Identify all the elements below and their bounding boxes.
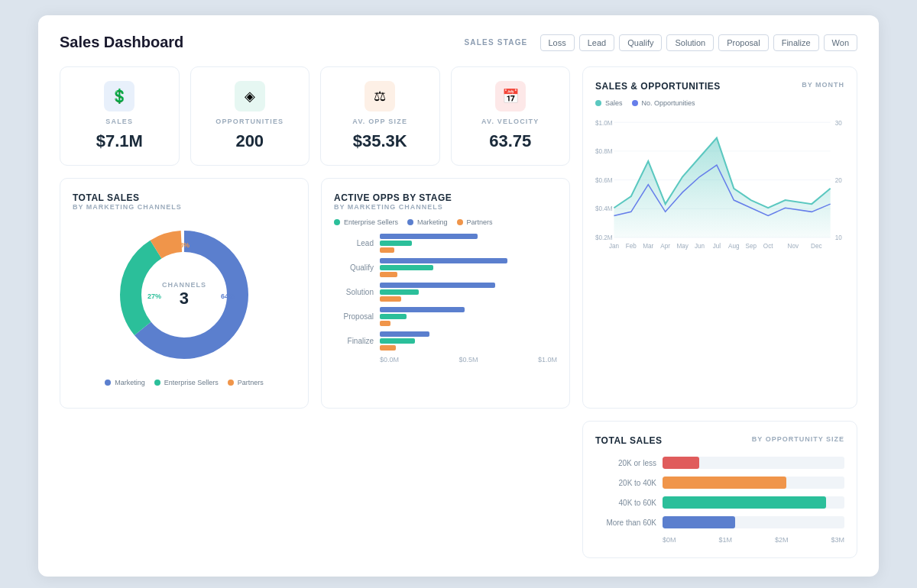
bar-seg [380,265,433,270]
donut-container: 64% 27% 8% CHANNELS 3 [73,218,296,371]
sales-opps-title: SALES & OPPORTUNITIES [595,81,721,92]
bar-row: Proposal [334,307,557,326]
bar-row: Qualify [334,258,557,277]
bar-seg [380,272,397,277]
bar-row: Lead [334,234,557,253]
stage-button-lead[interactable]: Lead [579,34,614,51]
svg-text:May: May [676,243,689,250]
opp-size-title: TOTAL SALES [595,435,663,446]
kpi-icon-0: 💲 [104,81,134,111]
bar-seg [380,345,396,351]
opp-size-axis: $0M $1M $2M $3M [595,536,844,544]
bar-label: Finalize [334,337,374,345]
donut-svg: 64% 27% 8% [108,218,261,371]
stage-button-qualify[interactable]: Qualify [619,34,662,51]
bar-seg [380,234,478,239]
opp-size-subtitle: BY OPPORTUNITY SIZE [752,435,844,443]
opp-bar-label: 20K or less [595,459,656,467]
opp-bar-track [663,496,844,509]
bar-seg [380,314,407,319]
svg-text:Aug: Aug [728,243,739,250]
kpi-row: 💲 SALES $7.1M ◈ OPPORTUNITIES 200 ⚖ AV. … [60,66,570,166]
stage-button-solution[interactable]: Solution [666,34,714,51]
bar-seg [380,283,495,288]
active-opps-axis: $0.0M $0.5M $1.0M [334,356,557,363]
bar-seg [380,289,419,295]
svg-text:30: 30 [835,120,843,127]
opp-bar-label: 40K to 60K [595,499,656,507]
opp-bar-row: More than 60K [595,516,844,528]
svg-text:20: 20 [835,177,843,184]
stage-button-finalize[interactable]: Finalize [773,34,819,51]
bar-seg [380,247,394,253]
kpi-icon-1: ◈ [235,81,265,111]
bar-seg [380,258,507,263]
donut-legend: MarketingEnterprise SellersPartners [73,379,296,386]
svg-text:Mar: Mar [643,243,653,250]
active-opps-bar-chart: LeadQualifySolutionProposalFinalize [334,234,557,351]
kpi-card-2: ⚖ AV. OPP SIZE $35.3K [320,66,440,166]
kpi-label-1: OPPORTUNITIES [215,118,284,125]
svg-text:Nov: Nov [788,243,799,250]
sales-opps-chart-svg: $1.0M $0.8M $0.6M $0.4M $0.2M 30 20 10 [595,115,844,254]
bar-group [380,283,557,302]
opp-bar-row: 20K or less [595,457,844,469]
kpi-value-2: $35.3K [353,131,407,151]
legend-item: Partners [228,379,264,386]
active-opps-legend: Enterprise SellersMarketingPartners [334,218,557,226]
legend-item: Marketing [407,218,448,226]
svg-text:64%: 64% [221,292,235,300]
svg-text:$1.0M: $1.0M [595,120,613,127]
opp-bar-label: 20K to 40K [595,479,656,487]
axis-label: $0.0M [380,356,399,363]
opp-bar-fill [663,457,699,469]
bar-seg [380,307,465,312]
bar-label: Qualify [334,263,374,272]
sales-opps-subtitle: BY MONTH [802,81,844,89]
legend-item: Sales [595,99,623,107]
svg-text:10: 10 [835,234,843,241]
opp-bar-label: More than 60K [595,519,656,527]
bar-group [380,258,557,277]
sales-opps-legend: SalesNo. Opportunities [595,99,844,107]
bar-seg [380,321,390,326]
svg-text:27%: 27% [147,292,161,300]
total-sales-donut-subtitle: BY MARKETING CHANNELS [73,203,182,211]
stage-buttons: LossLeadQualifySolutionProposalFinalizeW… [540,34,858,51]
legend-item: Enterprise Sellers [334,218,398,226]
main-grid: 💲 SALES $7.1M ◈ OPPORTUNITIES 200 ⚖ AV. … [60,66,857,558]
svg-text:$0.6M: $0.6M [595,177,613,184]
legend-item: Marketing [105,379,145,386]
opp-bar-fill [663,516,735,528]
bar-label: Proposal [334,312,374,321]
svg-text:$0.2M: $0.2M [595,234,613,241]
stage-button-loss[interactable]: Loss [540,34,575,51]
bar-row: Solution [334,283,557,302]
svg-text:Apr: Apr [660,243,670,250]
opp-bar-row: 40K to 60K [595,496,844,509]
stage-button-proposal[interactable]: Proposal [718,34,768,51]
opp-bar-fill [663,496,826,509]
bar-group [380,234,557,253]
svg-text:Oct: Oct [763,243,773,250]
opp-bar-track [663,516,844,528]
svg-text:$0.4M: $0.4M [595,205,613,212]
bar-label: Solution [334,288,374,296]
kpi-icon-2: ⚖ [365,81,395,111]
header-controls: SALES STAGE LossLeadQualifySolutionPropo… [464,34,857,51]
svg-text:Sep: Sep [746,243,757,250]
svg-text:Jan: Jan [609,243,619,250]
bar-row: Finalize [334,331,557,351]
svg-text:Dec: Dec [811,243,821,250]
bar-seg [380,331,429,337]
opp-bar-track [663,457,844,469]
svg-text:8%: 8% [180,241,190,249]
bar-seg [380,241,412,246]
total-sales-card: TOTAL SALES BY MARKETING CHANNELS 64% 2 [60,178,309,409]
kpi-value-3: 63.75 [489,131,531,151]
kpi-label-0: SALES [105,118,133,125]
opp-bar-fill [663,477,786,489]
stage-button-won[interactable]: Won [824,34,857,51]
sales-opps-card: SALES & OPPORTUNITIES BY MONTH SalesNo. … [582,66,857,409]
opp-size-card: TOTAL SALES BY OPPORTUNITY SIZE 20K or l… [582,421,857,558]
